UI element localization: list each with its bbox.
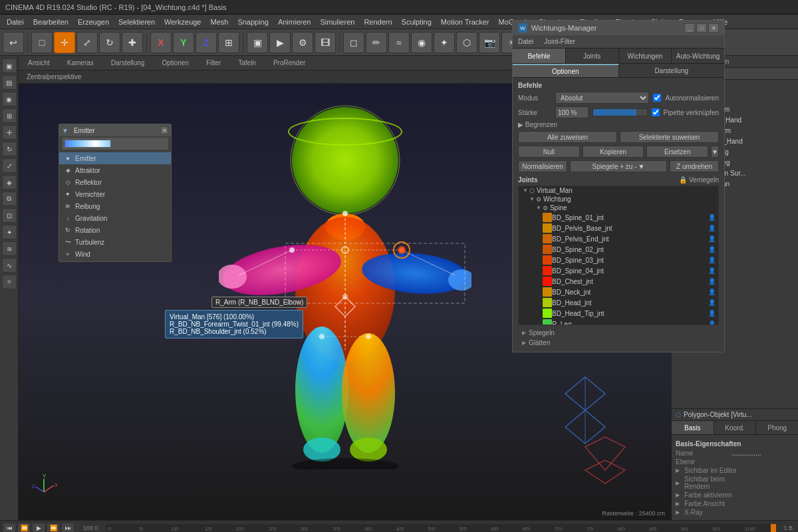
particle-panel-close[interactable]: ✕ [160, 126, 168, 134]
left-tool-2[interactable]: ▤ [2, 75, 17, 90]
menu-sculpting[interactable]: Sculpting [398, 17, 436, 27]
rotate-tool-btn[interactable]: ↻ [99, 32, 120, 53]
menu-datei[interactable]: Datei [3, 17, 28, 27]
wm-close-btn[interactable]: ✕ [708, 23, 719, 33]
vp-tab-kameras[interactable]: Kameras [62, 58, 99, 68]
wm-menu-joint-filter[interactable]: Joint-Filter [541, 37, 578, 46]
wm-alle-zuweisen-btn[interactable]: Alle zuweisen [518, 131, 617, 143]
tl-play-btn[interactable]: ▶ [32, 523, 45, 533]
particle-item-vernichter[interactable]: ✦ Vernichter [59, 188, 171, 200]
menu-erzeugen[interactable]: Erzeugen [74, 17, 113, 27]
z-axis-btn[interactable]: Z [196, 32, 217, 53]
farbe-ansicht-chevron-icon[interactable]: ▶ [676, 501, 680, 507]
left-tool-4[interactable]: ⊞ [2, 108, 17, 123]
wm-joint-item-4[interactable]: BD_Pelvis_Base_jnt👤 [519, 223, 718, 233]
props-tab-phong[interactable]: Phong [756, 421, 798, 434]
props-tab-koord[interactable]: Koord. [714, 421, 757, 434]
wm-minimize-btn[interactable]: _ [684, 23, 695, 33]
vp-tab-prorender[interactable]: ProRender [268, 58, 311, 68]
wm-begrenzen-label[interactable]: ▶ Begrenzen [518, 121, 557, 128]
vp-tab-optionen[interactable]: Optionen [156, 58, 194, 68]
menu-motion-tracker[interactable]: Motion Tracker [437, 17, 493, 27]
vp-tab-ansicht[interactable]: Ansicht [23, 58, 55, 68]
left-tool-7[interactable]: ⤢ [2, 158, 17, 173]
left-tool-1[interactable]: ▣ [2, 59, 17, 73]
wm-joint-item-9[interactable]: BD_Chest_jnt👤 [519, 276, 718, 287]
move-tool-btn[interactable]: ✛ [54, 32, 75, 53]
left-tool-10[interactable]: ⊡ [2, 208, 17, 223]
farbe-aktivieren-chevron-icon[interactable]: ▶ [676, 492, 680, 498]
y-axis-btn[interactable]: Y [173, 32, 194, 53]
particle-item-wind[interactable]: ≈ Wind [59, 248, 171, 260]
particle-item-turbulenz[interactable]: 〜 Turbulenz [59, 236, 171, 248]
menu-bearbeiten[interactable]: Bearbeiten [29, 17, 72, 27]
wm-subtab-optionen[interactable]: Optionen [513, 64, 619, 77]
wm-titlebar[interactable]: W Wichtungs-Manager _ □ ✕ [513, 21, 724, 35]
wm-joint-item-11[interactable]: BD_Head_jnt👤 [519, 297, 718, 308]
wm-joint-item-12[interactable]: BD_Head_Tip_jnt👤 [519, 308, 718, 319]
left-tool-5[interactable]: ✛ [2, 125, 17, 140]
create-btn[interactable]: ✚ [122, 32, 143, 53]
sichtbar-render-chevron-icon[interactable]: ▶ [676, 480, 680, 486]
render-settings-btn[interactable]: ⚙ [292, 32, 313, 53]
wm-joint-item-0[interactable]: ▼⬡Virtuat_Man [519, 186, 718, 195]
object-mode-btn[interactable]: □ [31, 32, 53, 53]
wm-tab-wichtungen[interactable]: Wichtungen [619, 49, 672, 63]
wm-joint-item-2[interactable]: ▼⚙Spine [519, 203, 718, 212]
left-tool-3[interactable]: ◉ [2, 92, 17, 106]
left-tool-9[interactable]: ⧉ [2, 192, 17, 206]
scene-btn[interactable]: ⬡ [456, 32, 477, 53]
left-tool-8[interactable]: ◈ [2, 175, 17, 190]
coord-btn[interactable]: ⊞ [218, 32, 239, 53]
wm-staerke-slider[interactable] [593, 108, 648, 116]
wm-tab-joints[interactable]: Joints [566, 49, 619, 63]
left-tool-14[interactable]: ⌗ [2, 275, 17, 289]
menu-werkzeuge[interactable]: Werkzeuge [160, 17, 205, 27]
wm-joint-item-10[interactable]: BD_Neck_jnt👤 [519, 287, 718, 297]
wm-tab-befehle[interactable]: Befehle [513, 49, 566, 63]
wm-spiegele-btn[interactable]: Spiegele + zu - ▼ [570, 160, 667, 172]
wm-pipette-checkbox[interactable] [652, 108, 660, 116]
wm-joint-item-8[interactable]: BD_Spine_04_jnt👤 [519, 265, 718, 276]
tl-end-btn[interactable]: ⏭ [61, 523, 74, 533]
wm-tab-auto[interactable]: Auto-Wichtung [672, 49, 724, 63]
render-btn[interactable]: ▶ [269, 32, 291, 53]
left-tool-6[interactable]: ↻ [2, 142, 17, 156]
particle-panel-header[interactable]: ▼ Emitter ✕ [59, 124, 171, 136]
wm-ersetzen-btn[interactable]: Ersetzen [646, 146, 708, 158]
menu-selektieren[interactable]: Selektieren [114, 17, 159, 27]
menu-simulieren[interactable]: Simulieren [316, 17, 358, 27]
scale-tool-btn[interactable]: ⤢ [76, 32, 98, 53]
menu-animieren[interactable]: Animieren [274, 17, 315, 27]
wm-joint-item-13[interactable]: R_Leg👤 [519, 319, 718, 325]
wm-joint-item-1[interactable]: ▼⚙Wichtung [519, 195, 718, 203]
mat-btn[interactable]: ◉ [411, 32, 432, 53]
wm-null-btn[interactable]: Null [518, 146, 580, 158]
wm-joint-item-6[interactable]: BD_Spine_02_jnt👤 [519, 244, 718, 255]
particle-item-emitter[interactable]: ● Emitter [59, 152, 171, 164]
particle-btn[interactable]: ✦ [434, 32, 455, 53]
wm-joint-item-3[interactable]: BD_Spine_01_jnt👤 [519, 212, 718, 223]
wm-modus-select[interactable]: Absolut [555, 92, 649, 104]
wm-maximize-btn[interactable]: □ [696, 23, 707, 33]
menu-mesh[interactable]: Mesh [206, 17, 232, 27]
particle-item-reflektor[interactable]: ◇ Reflektor [59, 176, 171, 188]
pen-btn[interactable]: ✏ [366, 32, 387, 53]
sichtbar-editor-chevron-icon[interactable]: ▶ [676, 467, 680, 473]
left-tool-12[interactable]: ≋ [2, 241, 17, 256]
wm-menu-datei[interactable]: Datei [515, 37, 536, 46]
wm-joint-item-5[interactable]: BD_Pelvis_End_jnt👤 [519, 233, 718, 244]
wm-subtab-darstellung[interactable]: Darstellung [619, 64, 725, 77]
vp-tab-filter[interactable]: Filter [201, 58, 226, 68]
props-tab-basis[interactable]: Basis [672, 421, 714, 434]
wm-option-spiegeln[interactable]: ▶ Spiegeln [518, 328, 719, 338]
xray-chevron-icon[interactable]: ▶ [676, 509, 680, 515]
particle-item-gravitation[interactable]: ↓ Gravitation [59, 212, 171, 224]
tl-next-btn[interactable]: ⏩ [47, 523, 60, 533]
vp-tab-tafeln[interactable]: Tafeln [233, 58, 261, 68]
wm-staerke-input[interactable] [555, 106, 589, 118]
left-tool-11[interactable]: ✦ [2, 225, 17, 239]
wm-verriegeln[interactable]: 🔒 Verriegeln [679, 176, 719, 184]
left-tool-13[interactable]: ∿ [2, 258, 17, 273]
cube-btn[interactable]: ◻ [343, 32, 364, 53]
